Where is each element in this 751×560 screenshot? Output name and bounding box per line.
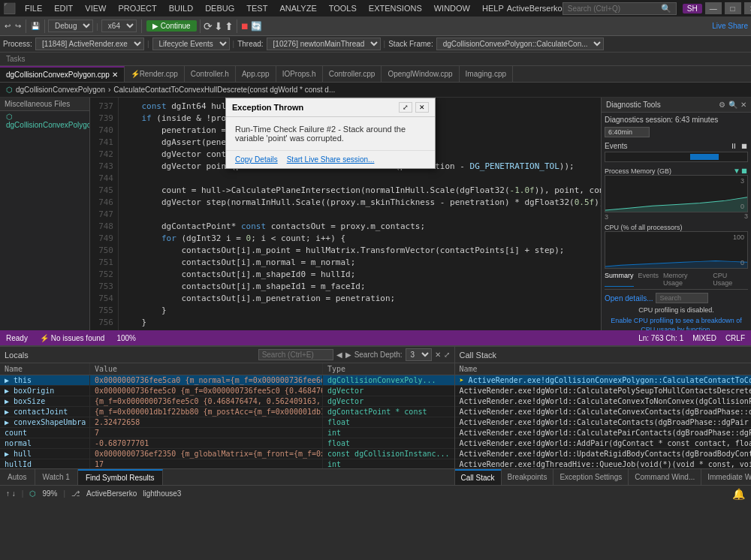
stack-dropdown[interactable]: dgCollisionConvexPolygon::CalculateCon..… [436,38,604,50]
process-dropdown[interactable]: [11848] ActiveRender.exe [35,38,144,50]
locals-close-icon[interactable]: ✕ [435,351,441,359]
locals-back-icon[interactable]: ◀ [336,351,342,359]
table-row[interactable]: ▶ hull 0x0000000736ef2350 {m_globalMatri… [0,449,454,459]
table-row[interactable]: ▶ boxOrigin 0x0000000736fee5c0 {m_f=0x00… [0,386,454,396]
menu-file[interactable]: FILE [22,4,45,13]
menu-window[interactable]: WINDOW [431,4,473,13]
step-out-icon[interactable]: ⬆ [225,20,234,32]
tab-events[interactable]: Events [638,272,659,287]
tab-app[interactable]: App.cpp [236,66,276,82]
thread-dropdown[interactable]: [10276] newtonMainThread [267,38,381,50]
undo-icon[interactable]: ↩ [3,20,12,32]
search-diag-input-wrapper[interactable] [656,293,708,303]
menu-test[interactable]: TEST [243,4,270,13]
cs-row[interactable]: ➤ ActiveRender.exe!dgCollisionConvexPoly… [455,375,751,386]
callstack-table[interactable]: Name Lang ➤ ActiveRender.exe!dgCollision… [455,363,751,468]
tab-autos[interactable]: Autos [0,469,35,485]
menu-project[interactable]: PROJECT [115,4,159,13]
locals-search-input[interactable] [258,349,333,360]
live-share-link[interactable]: Start Live Share session... [287,155,375,164]
menu-help[interactable]: HELP [479,4,507,13]
locals-forward-icon[interactable]: ▶ [345,351,351,359]
cs-row[interactable]: ActiveRender.exe!dgThreadHive::QueueJob(… [455,459,751,468]
time-input[interactable] [605,127,650,137]
tab-dg-collision[interactable]: dgCollisionConvexPolygon.cpp ✕ [0,66,125,82]
cs-row[interactable]: ActiveRender.exe!dgWorld::CalculateConta… [455,417,751,428]
table-row[interactable]: ▶ convexShapeUmbra 2.32472658 float [0,417,454,428]
table-row[interactable]: ▶ this 0x0000000736fee5ca0 {m_normal={m_… [0,375,454,386]
tab-summary[interactable]: Summary [605,272,634,287]
maximize-button[interactable]: □ [725,2,741,14]
cs-row[interactable]: ActiveRender.exe!dgWorld::UpdateRigidBod… [455,449,751,459]
menu-edit[interactable]: EDIT [51,4,76,13]
tab-watch1[interactable]: Watch 1 [35,469,78,485]
close-button[interactable]: ✕ [744,2,751,14]
save-icon[interactable]: 💾 [29,20,41,32]
step-into-icon[interactable]: ⬇ [214,20,223,32]
lifecycle-dropdown[interactable]: Lifecycle Events [152,38,230,50]
stop-icon[interactable]: ⏹ [240,21,249,32]
tab-imaging[interactable]: Imaging.cpp [460,66,513,82]
locals-depth-label: Search Depth: [354,351,403,359]
tab-breakpoints[interactable]: Breakpoints [502,469,554,485]
diag-close-icon[interactable]: ✕ [740,101,746,109]
bottom-arrows[interactable]: ↑ ↓ [6,489,16,498]
debug-config-dropdown[interactable]: Debug [48,20,93,32]
arch-dropdown[interactable]: x64 [101,20,137,32]
menu-extensions[interactable]: EXTENSIONS [366,4,425,13]
cs-row[interactable]: ActiveRender.exe!dgWorld::CalculatePolyS… [455,386,751,396]
menu-build[interactable]: BUILD [166,4,196,13]
exception-expand-button[interactable]: ⤢ [399,102,412,113]
cs-row[interactable]: ActiveRender.exe!dgWorld::CalculateConve… [455,396,751,407]
tab-ioprops[interactable]: IOProps.h [276,66,323,82]
tab-cpu[interactable]: CPU Usage [713,272,748,287]
cs-row[interactable]: ActiveRender.exe!dgWorld::CalculatePairC… [455,428,751,438]
table-row[interactable]: hullId 17 int [0,459,454,468]
locals-depth-select[interactable]: 3 [406,348,432,361]
tab-exception-settings[interactable]: Exception Settings [553,469,629,485]
enable-profiling-link[interactable]: Enable CPU profiling to see a breakdown … [605,317,748,330]
menu-view[interactable]: VIEW [82,4,109,13]
misc-files-item[interactable]: ⬡ dgCollisionConvexPolygon [0,111,89,131]
table-row[interactable]: ▶ boxSize {m_f=0x0000000736fee5c0 {0.468… [0,396,454,407]
search-diag-input[interactable] [656,293,708,303]
tab-opengl[interactable]: OpenglWindow.cpp [382,66,459,82]
code-editor[interactable]: 737 739 740 741 742 743 744 745 746 747 … [90,98,601,330]
locals-table[interactable]: Name Value Type ▶ this 0x0000000736fee5c… [0,363,454,468]
menu-analyze[interactable]: ANALYZE [276,4,319,13]
cs-cell-name: ActiveRender.exe!dgWorld::AddPair(dgCont… [455,438,751,448]
tab-immediate-window[interactable]: Immediate Wind... [701,469,751,485]
open-details-link[interactable]: Open details... [605,294,653,303]
copy-details-link[interactable]: Copy Details [235,155,278,164]
minimize-button[interactable]: — [705,2,722,14]
tab-controller-h[interactable]: Controller.h [185,66,236,82]
tab-controller-cpp[interactable]: Controller.cpp [323,66,382,82]
table-row[interactable]: ▶ contactJoint {m_f=0x000001db1f22bb80 {… [0,407,454,417]
menu-debug[interactable]: DEBUG [202,4,237,13]
menu-tools[interactable]: TOOLS [326,4,360,13]
search-box[interactable]: 🔍 [562,2,677,15]
exception-close-button[interactable]: ✕ [415,102,429,113]
live-share-btn[interactable]: Live Share [712,22,748,30]
tab-command-window[interactable]: Command Wind... [629,469,701,485]
diag-search-icon[interactable]: 🔍 [728,101,737,109]
notification-icon[interactable]: 🔔 [732,488,745,500]
step-over-icon[interactable]: ⟳ [204,20,213,32]
memory-controls[interactable]: ▼⏹ [733,167,748,175]
table-row[interactable]: count 7 int [0,428,454,438]
diag-settings-icon[interactable]: ⚙ [719,101,725,109]
table-row[interactable]: normal -0.687077701 float [0,438,454,449]
tab-render[interactable]: ⚡ Render.cpp [125,66,185,82]
restart-icon[interactable]: 🔄 [251,21,262,32]
cs-row[interactable]: ActiveRender.exe!dgWorld::AddPair(dgCont… [455,438,751,449]
search-input[interactable] [568,5,658,13]
continue-button[interactable]: ▶ Continue [146,20,197,32]
tab-memory[interactable]: Memory Usage [663,272,708,287]
locals-expand-icon[interactable]: ⤢ [444,351,450,359]
cs-row[interactable]: ActiveRender.exe!dgWorld::CalculateConve… [455,407,751,417]
pause-icon[interactable]: ⏸ [730,142,737,150]
tab-find-symbol[interactable]: Find Symbol Results [78,469,163,485]
redo-icon[interactable]: ↪ [14,20,23,32]
stop-icon[interactable]: ⏹ [740,142,748,150]
tab-call-stack[interactable]: Call Stack [455,469,502,485]
